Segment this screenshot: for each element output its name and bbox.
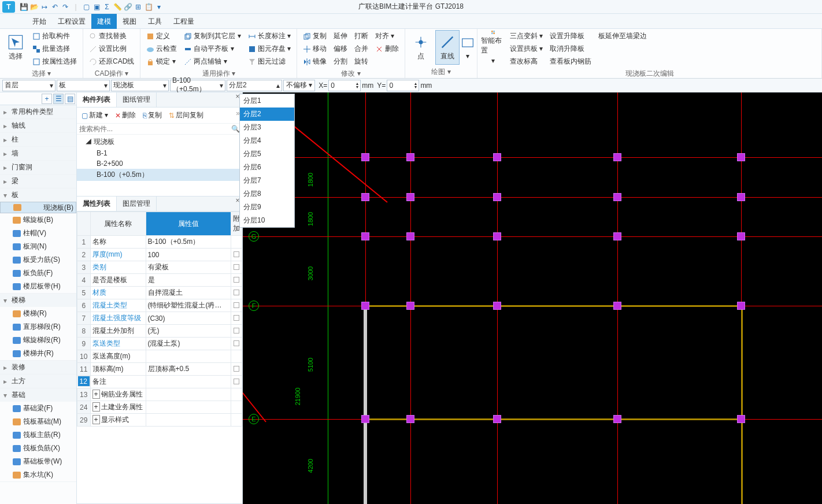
nav-group-2[interactable]: ▸柱: [0, 133, 76, 146]
qa-more-icon[interactable]: ▾: [154, 3, 164, 11]
grid-node[interactable]: [406, 302, 414, 310]
prop-value[interactable]: (混凝土泵): [146, 338, 231, 350]
set-lift[interactable]: 设置升降板: [547, 30, 594, 42]
qa-link-icon[interactable]: 🔗: [123, 3, 133, 11]
prop-value[interactable]: (特细砂塑性混凝土(坍…: [146, 299, 231, 312]
qa-redo-icon[interactable]: ↷: [60, 3, 71, 11]
nav-item-7-3[interactable]: 楼梯井(R): [0, 347, 76, 360]
y-input[interactable]: 0▴▾: [387, 80, 419, 91]
prop-check[interactable]: [231, 350, 242, 363]
mirror-btn[interactable]: 镜像: [301, 55, 329, 68]
search-icon[interactable]: 🔍: [231, 125, 240, 133]
offset-mode[interactable]: 不偏移 ▾: [283, 80, 315, 91]
nav-item-7-2[interactable]: 螺旋梯段(R): [0, 333, 76, 347]
prop-check[interactable]: [231, 249, 242, 261]
copy-to-floor[interactable]: 复制到其它层 ▾: [182, 30, 243, 42]
dropdown-item-7[interactable]: 分层8: [240, 187, 294, 201]
nav-item-10-3[interactable]: 筏板负筋(X): [0, 442, 76, 455]
prop-name[interactable]: 名称: [90, 236, 146, 249]
dropdown-item-3[interactable]: 分层4: [240, 134, 294, 147]
new-component[interactable]: ▢新建 ▾: [79, 109, 110, 121]
tree-item-1[interactable]: B-2+500: [77, 158, 242, 169]
floor-select[interactable]: 首层▾: [2, 80, 55, 91]
prop-value[interactable]: [146, 350, 231, 363]
tree-item-0[interactable]: B-1: [77, 148, 242, 158]
dropdown-item-4[interactable]: 分层5: [240, 147, 294, 161]
prop-check[interactable]: [231, 414, 242, 427]
copy-btn[interactable]: 复制: [301, 30, 329, 42]
tab-layers[interactable]: 图层管理: [117, 197, 157, 211]
move-btn[interactable]: 移动: [301, 43, 329, 55]
prop-value[interactable]: 有梁板: [146, 261, 231, 274]
grid-node[interactable]: [737, 153, 745, 161]
length-dim[interactable]: 长度标注 ▾: [246, 30, 293, 42]
cancel-lift[interactable]: 取消升降板: [547, 43, 594, 55]
tree-root[interactable]: ◢ 现浇板: [77, 136, 242, 148]
nav-group-6[interactable]: ▾板: [0, 188, 76, 202]
nav-item-10-1[interactable]: 筏板基础(M): [0, 415, 76, 428]
grid-node[interactable]: [613, 415, 621, 423]
split-btn[interactable]: 分割: [331, 55, 350, 68]
prop-name[interactable]: +土建业务属性: [90, 401, 146, 414]
category-select[interactable]: 板▾: [57, 80, 110, 91]
grid-node[interactable]: [361, 193, 369, 201]
dropdown-item-5[interactable]: 分层6: [240, 161, 294, 174]
drawing-canvas[interactable]: /*nodes placed via template below*/ G F …: [243, 92, 822, 504]
prop-check[interactable]: [231, 363, 242, 376]
nav-group-5[interactable]: ▸梁: [0, 175, 76, 188]
prop-value[interactable]: 100: [146, 249, 231, 261]
align-btn[interactable]: 对齐 ▾: [373, 30, 401, 42]
dropdown-item-9[interactable]: 分层10: [240, 214, 294, 227]
nav-item-6-3[interactable]: 板洞(N): [0, 240, 76, 253]
elem-save[interactable]: 图元存盘 ▾: [246, 43, 293, 55]
group-label-draw[interactable]: 绘图 ▾: [409, 66, 473, 78]
prop-row-num[interactable]: 6: [77, 299, 91, 312]
th-value[interactable]: 属性值: [146, 212, 231, 236]
prop-value[interactable]: [146, 388, 231, 401]
prop-row-num[interactable]: 4: [77, 274, 91, 287]
component-select[interactable]: B-100（+0.5m）▾: [170, 80, 225, 91]
prop-name[interactable]: 混凝土外加剂: [90, 325, 146, 338]
qa-undo-icon[interactable]: ↶: [50, 3, 60, 11]
prop-value[interactable]: 层顶标高+0.5: [146, 363, 231, 376]
two-point-axis[interactable]: 两点辅轴 ▾: [182, 55, 243, 68]
nav-item-6-6[interactable]: 楼层板带(H): [0, 280, 76, 293]
grid-node[interactable]: [737, 302, 745, 310]
rect-tool[interactable]: ▾: [462, 30, 473, 65]
menu-model[interactable]: 建模: [91, 14, 117, 29]
prop-name[interactable]: 混凝土强度等级: [90, 312, 146, 325]
grid-node[interactable]: [493, 193, 501, 201]
select-by-property[interactable]: 按属性选择: [30, 55, 79, 68]
grid-node[interactable]: [737, 232, 745, 240]
point-tool[interactable]: 点: [409, 30, 433, 65]
prop-row-num[interactable]: 7: [77, 312, 91, 325]
prop-name[interactable]: 泵送类型: [90, 338, 146, 350]
group-label-select[interactable]: 选择 ▾: [3, 68, 79, 80]
prop-name[interactable]: 顶标高(m): [90, 363, 146, 376]
prop-row-num[interactable]: 1: [77, 236, 91, 249]
pick-component[interactable]: 拾取构件: [30, 30, 79, 42]
tab-properties[interactable]: 属性列表: [77, 197, 117, 211]
delete-btn[interactable]: 删除: [373, 43, 401, 55]
nav-group-8[interactable]: ▸装修: [0, 361, 76, 374]
qa-sum-icon[interactable]: Σ: [102, 3, 112, 11]
prop-check[interactable]: [231, 338, 242, 350]
prop-check[interactable]: [231, 236, 242, 249]
menu-quantity[interactable]: 工程量: [168, 14, 200, 29]
auto-align[interactable]: 自动平齐板 ▾: [182, 43, 243, 55]
merge-btn[interactable]: 合并: [352, 43, 371, 55]
copy-component[interactable]: ⎘复制: [140, 109, 164, 121]
menu-tools[interactable]: 工具: [142, 14, 168, 29]
group-label-modify[interactable]: 修改 ▾: [301, 68, 401, 80]
grid-node[interactable]: [613, 302, 621, 310]
qa-open-icon[interactable]: 📂: [29, 3, 39, 11]
grid-node[interactable]: [361, 232, 369, 240]
menu-view[interactable]: 视图: [117, 14, 142, 29]
cloud-check[interactable]: 云检查: [144, 43, 179, 55]
view-rebar[interactable]: 查看板内钢筋: [547, 55, 594, 68]
nav-group-1[interactable]: ▸轴线: [0, 119, 76, 132]
rotate-btn[interactable]: 旋转: [352, 55, 371, 68]
prop-value[interactable]: 是: [146, 274, 231, 287]
prop-check[interactable]: [231, 299, 242, 312]
define-btn[interactable]: 定义: [144, 30, 179, 42]
